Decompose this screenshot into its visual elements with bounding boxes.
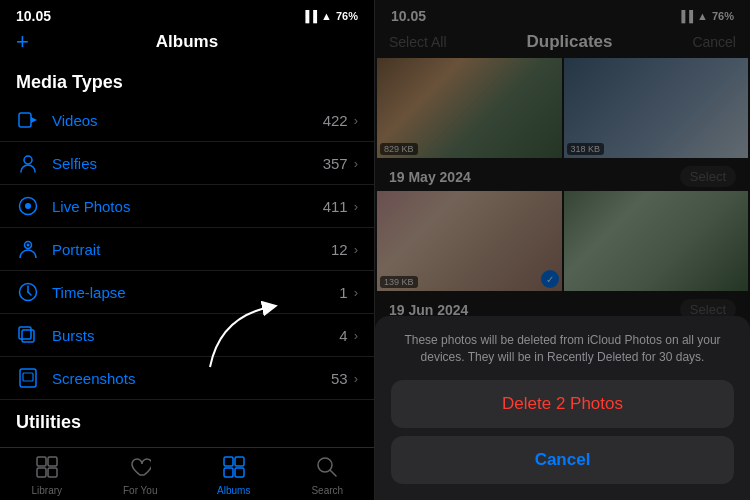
selfies-label: Selfies: [52, 155, 323, 172]
portrait-label: Portrait: [52, 241, 331, 258]
svg-marker-1: [31, 117, 37, 123]
svg-rect-0: [19, 113, 31, 127]
timelapse-icon: [16, 280, 40, 304]
nav-for-you[interactable]: For You: [94, 456, 188, 496]
portrait-chevron: ›: [354, 242, 358, 257]
svg-rect-24: [37, 457, 46, 466]
svg-point-4: [25, 203, 31, 209]
album-row-screenshots[interactable]: Screenshots 53 ›: [0, 357, 374, 400]
albums-title: Albums: [156, 32, 218, 52]
videos-label: Videos: [52, 112, 323, 129]
bottom-nav: Library For You Albums: [0, 447, 374, 500]
albums-header: + Albums: [0, 28, 374, 60]
status-icons-left: ▐▐ ▲ 76%: [301, 10, 358, 22]
signal-icon: ▐▐: [301, 10, 317, 22]
time-left: 10.05: [16, 8, 51, 24]
library-nav-label: Library: [31, 485, 62, 496]
svg-rect-25: [48, 457, 57, 466]
albums-nav-icon: [223, 456, 245, 483]
nav-library[interactable]: Library: [0, 456, 94, 496]
modal-description: These photos will be deleted from iCloud…: [391, 332, 734, 366]
album-row-videos[interactable]: Videos 422 ›: [0, 99, 374, 142]
album-row-timelapse[interactable]: Time-lapse 1 ›: [0, 271, 374, 314]
svg-line-33: [330, 470, 336, 476]
delete-photos-button[interactable]: Delete 2 Photos: [391, 380, 734, 428]
screenshots-count: 53: [331, 370, 348, 387]
svg-rect-10: [19, 327, 31, 339]
album-row-portrait[interactable]: Portrait 12 ›: [0, 228, 374, 271]
bursts-chevron: ›: [354, 328, 358, 343]
svg-point-6: [27, 244, 30, 247]
media-types-header: Media Types: [0, 60, 374, 99]
for-you-nav-label: For You: [123, 485, 157, 496]
screenshots-icon: [16, 366, 40, 390]
portrait-count: 12: [331, 241, 348, 258]
selfies-chevron: ›: [354, 156, 358, 171]
left-panel: 10.05 ▐▐ ▲ 76% + Albums Media Types Vide…: [0, 0, 375, 500]
svg-line-9: [28, 292, 31, 295]
library-nav-icon: [36, 456, 58, 483]
album-row-imports[interactable]: Imports 82 ›: [0, 439, 374, 447]
livephotos-label: Live Photos: [52, 198, 323, 215]
status-bar-left: 10.05 ▐▐ ▲ 76%: [0, 0, 374, 28]
bursts-icon: [16, 323, 40, 347]
album-row-selfies[interactable]: Selfies 357 ›: [0, 142, 374, 185]
nav-search[interactable]: Search: [281, 456, 375, 496]
album-row-livephotos[interactable]: Live Photos 411 ›: [0, 185, 374, 228]
for-you-nav-icon: [129, 456, 151, 483]
videos-chevron: ›: [354, 113, 358, 128]
livephotos-chevron: ›: [354, 199, 358, 214]
svg-point-2: [24, 156, 32, 164]
utilities-header: Utilities: [0, 400, 374, 439]
wifi-icon: ▲: [321, 10, 332, 22]
timelapse-count: 1: [339, 284, 347, 301]
bursts-count: 4: [339, 327, 347, 344]
videos-count: 422: [323, 112, 348, 129]
svg-rect-27: [48, 468, 57, 477]
nav-albums[interactable]: Albums: [187, 456, 281, 496]
search-nav-label: Search: [311, 485, 343, 496]
search-nav-icon: [316, 456, 338, 483]
albums-list: Media Types Videos 422 › Selfies 357: [0, 60, 374, 447]
battery-icon: 76%: [336, 10, 358, 22]
svg-rect-30: [224, 468, 233, 477]
albums-nav-label: Albums: [217, 485, 250, 496]
timelapse-chevron: ›: [354, 285, 358, 300]
svg-rect-26: [37, 468, 46, 477]
modal-sheet: These photos will be deleted from iCloud…: [375, 316, 750, 500]
videos-icon: [16, 108, 40, 132]
right-panel: 10.05 ▐▐ ▲ 76% Select All Duplicates Can…: [375, 0, 750, 500]
svg-rect-13: [23, 373, 33, 381]
selfies-count: 357: [323, 155, 348, 172]
timelapse-label: Time-lapse: [52, 284, 339, 301]
modal-cancel-button[interactable]: Cancel: [391, 436, 734, 484]
modal-overlay: These photos will be deleted from iCloud…: [375, 0, 750, 500]
svg-rect-31: [235, 468, 244, 477]
svg-rect-29: [235, 457, 244, 466]
selfies-icon: [16, 151, 40, 175]
bursts-label: Bursts: [52, 327, 339, 344]
livephotos-icon: [16, 194, 40, 218]
portrait-icon: [16, 237, 40, 261]
screenshots-chevron: ›: [354, 371, 358, 386]
add-album-button[interactable]: +: [16, 29, 29, 55]
svg-rect-11: [22, 330, 34, 342]
album-row-bursts[interactable]: Bursts 4 ›: [0, 314, 374, 357]
livephotos-count: 411: [323, 198, 348, 215]
svg-rect-28: [224, 457, 233, 466]
